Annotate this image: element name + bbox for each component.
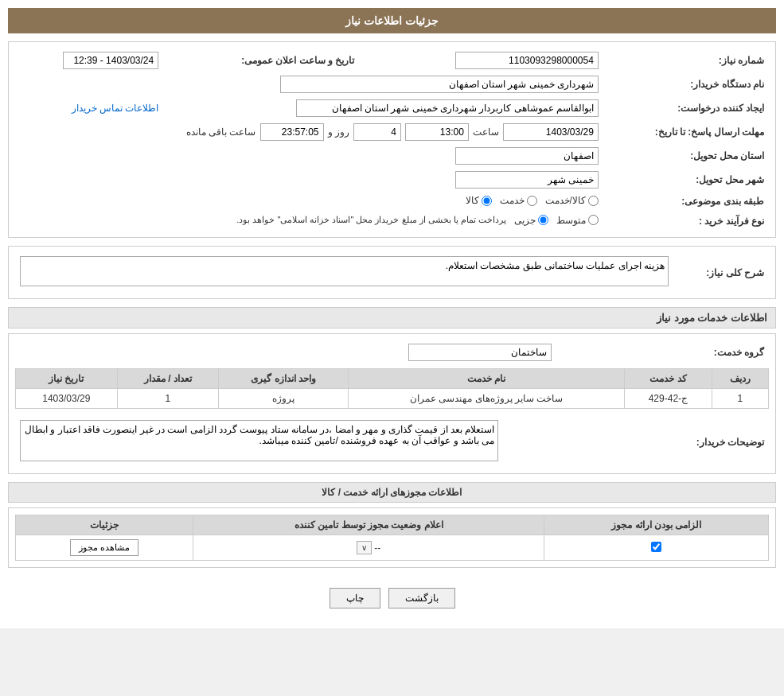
radio-khadamat[interactable]: خدمت bbox=[500, 195, 537, 206]
service-code: ج-42-429 bbox=[624, 389, 712, 409]
radio-kala[interactable]: کالا bbox=[466, 195, 492, 206]
need-number-input[interactable] bbox=[455, 52, 599, 69]
remaining-days-label: روز و bbox=[328, 126, 349, 138]
remaining-time-label: ساعت باقی مانده bbox=[186, 126, 256, 138]
service-unit: پروژه bbox=[219, 389, 349, 409]
col-unit: واحد اندازه گیری bbox=[219, 369, 349, 389]
deadline-time-input[interactable] bbox=[405, 123, 469, 141]
col-service-name: نام خدمت bbox=[349, 369, 625, 389]
category-label: طبقه بندی موضوعی: bbox=[603, 192, 769, 212]
col-row: ردیف bbox=[712, 369, 768, 389]
col-date: تاریخ نیاز bbox=[16, 369, 118, 389]
radio-motovaset[interactable]: متوسط bbox=[556, 215, 599, 226]
permit-status-dropdown-arrow[interactable]: ∨ bbox=[357, 541, 372, 554]
process-description: پرداخت تمام یا بخشی از مبلغ خریداز محل "… bbox=[236, 215, 506, 225]
city-label: شهر محل تحویل: bbox=[603, 168, 769, 192]
col-service-code: کد خدمت bbox=[624, 369, 712, 389]
announce-date-input[interactable] bbox=[63, 52, 158, 69]
buyer-agency-input[interactable] bbox=[280, 76, 599, 93]
deadline-time-label: ساعت bbox=[473, 126, 499, 138]
back-button[interactable]: بازگشت bbox=[388, 588, 455, 609]
request-creator-label: ایجاد کننده درخواست: bbox=[603, 96, 769, 120]
service-group-label: گروه خدمت: bbox=[556, 340, 769, 364]
process-label: نوع فرآیند خرید : bbox=[603, 212, 769, 231]
page-title: جزئیات اطلاعات نیاز bbox=[8, 8, 776, 33]
service-name: ساخت سایر پروژه‌های مهندسی عمران bbox=[349, 389, 625, 409]
buyer-notes-textarea[interactable]: استعلام بعد از قیمت گذاری و مهر و امضا ،… bbox=[20, 420, 498, 461]
services-table: ردیف کد خدمت نام خدمت واحد اندازه گیری ت… bbox=[15, 368, 769, 409]
col-quantity: تعداد / مقدار bbox=[117, 369, 218, 389]
need-number-label: شماره نیاز: bbox=[603, 49, 769, 72]
remaining-time-input[interactable] bbox=[260, 123, 324, 141]
service-quantity: 1 bbox=[117, 389, 218, 409]
remaining-days-input[interactable] bbox=[353, 123, 401, 141]
permits-col-details: جزئیات bbox=[16, 515, 193, 535]
request-creator-input[interactable] bbox=[296, 99, 599, 117]
service-date: 1403/03/29 bbox=[16, 389, 118, 409]
buyer-agency-label: نام دستگاه خریدار: bbox=[603, 72, 769, 96]
permits-col-mandatory: الزامی بودن ارائه مجوز bbox=[544, 515, 769, 535]
print-button[interactable]: چاپ bbox=[330, 588, 380, 609]
view-permit-button[interactable]: مشاهده مجوز bbox=[70, 539, 138, 556]
permit-row: -- ∨ مشاهده مجوز bbox=[16, 535, 769, 561]
contact-link[interactable]: اطلاعات تماس خریدار bbox=[72, 103, 159, 114]
province-input[interactable] bbox=[455, 147, 599, 165]
row-number: 1 bbox=[712, 389, 768, 409]
service-group-input[interactable] bbox=[408, 344, 552, 361]
table-row: 1 ج-42-429 ساخت سایر پروژه‌های مهندسی عم… bbox=[16, 389, 769, 409]
province-label: استان محل تحویل: bbox=[603, 144, 769, 168]
announce-date-label: تاریخ و ساعت اعلان عمومی: bbox=[163, 49, 359, 72]
need-description-label: شرح کلی نیاز: bbox=[673, 253, 769, 292]
permits-section-title: اطلاعات مجوزهای ارائه خدمت / کالا bbox=[8, 482, 776, 503]
permits-table: الزامی بودن ارائه مجوز اعلام وضعیت مجوز … bbox=[15, 515, 769, 561]
response-deadline-label: مهلت ارسال پاسخ: تا تاریخ: bbox=[603, 120, 769, 144]
services-section-title: اطلاعات خدمات مورد نیاز bbox=[8, 307, 776, 329]
deadline-date-input[interactable] bbox=[503, 123, 599, 141]
need-description-textarea[interactable]: هزینه اجرای عملیات ساختمانی طبق مشخصات ا… bbox=[20, 256, 669, 286]
city-input[interactable] bbox=[455, 171, 599, 189]
bottom-buttons: بازگشت چاپ bbox=[8, 576, 776, 620]
permit-status-value: -- bbox=[374, 542, 380, 554]
radio-kala-khadamat[interactable]: کالا/خدمت bbox=[545, 195, 599, 206]
permits-col-status: اعلام وضعیت مجوز توسط تامین کننده bbox=[193, 515, 544, 535]
buyer-notes-label: توضیحات خریدار: bbox=[503, 417, 769, 467]
radio-jozi[interactable]: جزیی bbox=[514, 215, 548, 226]
permit-mandatory-checkbox[interactable] bbox=[651, 542, 661, 552]
